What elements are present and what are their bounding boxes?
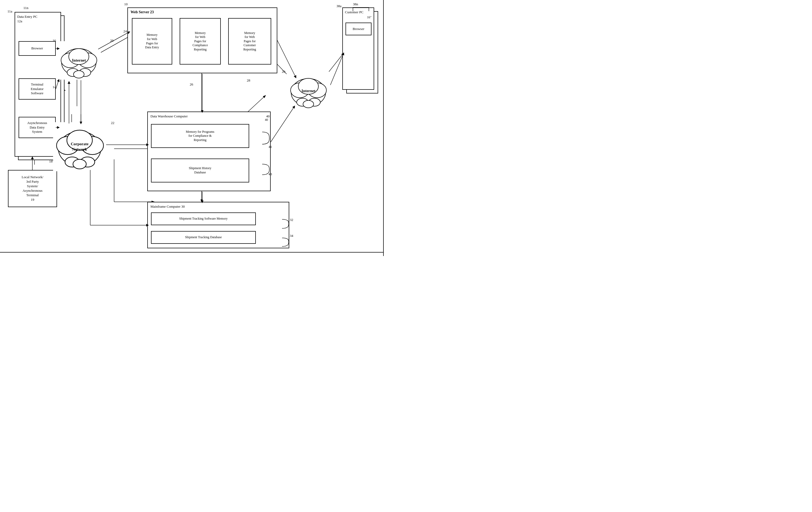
ref-40: 40 [265,118,268,122]
shipment-history-box: Shipment HistoryDatabase [151,159,249,183]
shipment-tracking-db-box: Shipment Tracking Database [151,231,256,244]
ref-38a: 38a [337,4,342,8]
memory-data-entry-box: Memoryfor WebPages forData Entry [132,18,172,64]
ref-41: 41 [268,145,272,149]
async-label: AsynchronousData EntrySystem [27,121,47,134]
terminal-emulator-box: TerminalEmulatorSoftware [19,78,56,100]
svg-point-38 [303,100,314,108]
ref-10: 10 [124,2,128,6]
internet-left-label: Internet [72,58,86,63]
corporate-network-cloud: CorporateNetwork [53,122,106,171]
internet-right-cloud: Internet [287,72,330,110]
ref-16: 16 [53,38,56,43]
async-data-entry-box: AsynchronousData EntrySystem [19,117,56,138]
ref-38n: 38n [353,2,358,6]
ref-14: 14 [53,85,56,89]
customer-browser-box: Browser [346,23,372,35]
ref-32: 32 [290,218,293,222]
svg-line-51 [330,53,344,85]
data-warehouse-label: Data Warehouse Computer [150,114,187,118]
ref-20a: 20 [110,38,114,43]
shipment-history-label: Shipment HistoryDatabase [189,166,211,174]
data-entry-pc-label: Data Entry PC12a [17,15,37,24]
ref-11n: 11n [23,6,28,10]
ref-28: 28 [247,78,250,83]
internet-left-cloud: Internet [57,41,101,80]
diagram: Data Entry PC12a Browser TerminalEmulato… [0,0,406,256]
shipment-tracking-mem-box: Shipment Tracking Software Memory [151,212,256,225]
ref-20b: 20 [282,70,285,74]
memory-customer-label: Memoryfor WebPages forCustomerReporting [243,31,256,52]
corporate-network-label: CorporateNetwork [71,141,89,152]
local-network-label: Local Network/3rd PartySystem/Asynchrono… [22,175,44,202]
customer-pc-label: Customer PC [345,10,364,15]
customer-pc-outer-a: Customer PC 16" Browser [342,7,374,90]
mainframe-label: Mainframe Computer 30 [150,205,185,209]
shipment-tracking-db-label: Shipment Tracking Database [185,235,222,240]
ref-43: 43 [268,172,272,176]
memory-programs-box: Memory for Programsfor Compliance &Repor… [151,124,249,148]
memory-compliance-label: Memoryfor WebPages forComplianceReportin… [193,31,208,52]
ref-18p: 18' [49,159,53,164]
web-server-label: Web Server 23 [130,10,154,14]
memory-customer-box: Memoryfor WebPages forCustomerReporting [228,18,271,64]
ref-11a: 11a [7,9,12,14]
terminal-emulator-label: TerminalEmulatorSoftware [31,82,44,96]
browser-box: Browser [19,41,56,56]
internet-right-label: Internet [301,88,316,94]
ref-40: 40 [266,114,270,118]
customer-browser-label: Browser [353,27,364,31]
ref-26: 26 [190,82,193,87]
shipment-tracking-mem-label: Shipment Tracking Software Memory [179,217,227,221]
ref-16pp: 16" [367,16,372,19]
memory-programs-label: Memory for Programsfor Compliance &Repor… [186,130,214,142]
web-server-box: Web Server 23 Memoryfor WebPages forData… [127,7,277,73]
mainframe-box: Mainframe Computer 30 Shipment Tracking … [147,202,289,248]
svg-line-50 [271,106,294,142]
ref-34: 34 [290,234,293,238]
svg-point-24 [74,71,84,78]
memory-compliance-box: Memoryfor WebPages forComplianceReportin… [180,18,221,64]
local-network-box: Local Network/3rd PartySystem/Asynchrono… [8,170,57,207]
svg-line-43 [98,32,129,49]
data-warehouse-box: Data Warehouse Computer 40 Memory for Pr… [147,111,271,191]
ref-24: 24 [123,29,127,33]
memory-data-entry-label: Memoryfor WebPages forData Entry [145,33,159,49]
svg-point-31 [73,159,86,169]
ref-22: 22 [111,121,114,125]
